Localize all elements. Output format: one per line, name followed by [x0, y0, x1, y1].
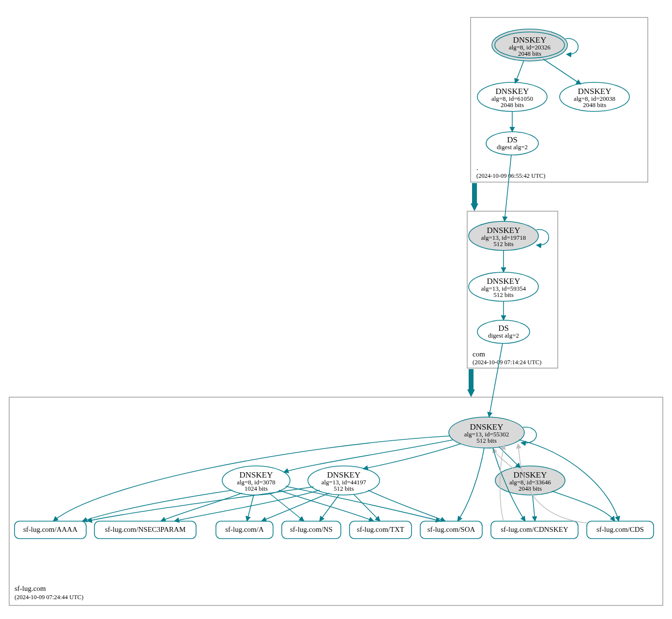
edge [533, 495, 535, 521]
edge [543, 59, 581, 84]
zone-domain-name: sf-lug.com [15, 585, 46, 592]
zone-com-ts: (2024-10-09 07:14:24 UTC) [473, 359, 541, 366]
rr-aaaa: sf-lug.com/AAAA [15, 521, 86, 539]
node-root-ds: DS digest alg=2 [486, 132, 538, 155]
svg-text:1024 bits: 1024 bits [244, 485, 268, 492]
node-com-zsk: DNSKEY alg=13, id=59354 512 bits [469, 272, 538, 301]
rr-txt: sf-lug.com/TXT [350, 521, 412, 539]
rr-cds: sf-lug.com/CDS [587, 521, 654, 539]
edge [458, 448, 484, 521]
edge [489, 343, 503, 417]
node-root-ksk: DNSKEY alg=8, id=20326 2048 bits [492, 29, 567, 61]
svg-text:sf-lug.com/A: sf-lug.com/A [225, 526, 264, 533]
svg-text:512 bits: 512 bits [334, 485, 354, 492]
rr-a: sf-lug.com/A [216, 521, 273, 539]
zone-com-name: com [473, 350, 485, 358]
rr-nsec3: sf-lug.com/NSEC3PARAM [94, 521, 196, 539]
svg-text:2048 bits: 2048 bits [518, 50, 541, 57]
rr-cdnskey: sf-lug.com/CDNSKEY [491, 521, 578, 539]
rr-soa: sf-lug.com/SOA [420, 521, 482, 539]
edge [247, 495, 254, 521]
svg-text:512 bits: 512 bits [493, 291, 514, 298]
zone-arrow-root-com [471, 183, 478, 211]
svg-text:sf-lug.com/TXT: sf-lug.com/TXT [357, 526, 404, 533]
svg-text:sf-lug.com/AAAA: sf-lug.com/AAAA [23, 526, 77, 533]
svg-text:sf-lug.com/CDNSKEY: sf-lug.com/CDNSKEY [501, 526, 568, 533]
edge [515, 61, 524, 83]
svg-text:digest alg=2: digest alg=2 [488, 332, 519, 339]
edge [82, 490, 232, 521]
edge [261, 493, 329, 521]
svg-text:sf-lug.com/NSEC3PARAM: sf-lug.com/NSEC3PARAM [105, 526, 186, 533]
node-dom-ksk: DNSKEY alg=13, id=55302 512 bits [449, 417, 524, 448]
node-com-ds: DS digest alg=2 [477, 320, 530, 343]
zone-root-ts: (2024-10-09 06:55:42 UTC) [476, 172, 545, 179]
svg-text:512 bits: 512 bits [493, 240, 514, 248]
edge [269, 493, 304, 521]
zone-root-name: . [476, 164, 478, 171]
svg-text:sf-lug.com/SOA: sf-lug.com/SOA [428, 526, 475, 533]
zone-domain-ts: (2024-10-09 07:24:44 UTC) [15, 594, 83, 601]
dnssec-graph: . (2024-10-09 06:55:42 UTC) DNSKEY alg=8… [0, 0, 672, 619]
svg-text:digest alg=2: digest alg=2 [497, 143, 528, 151]
svg-text:2048 bits: 2048 bits [501, 101, 524, 108]
node-com-ksk: DNSKEY alg=13, id=19718 512 bits [469, 221, 538, 250]
svg-text:sf-lug.com/NS: sf-lug.com/NS [290, 526, 333, 533]
edge [368, 490, 445, 521]
svg-text:2048 bits: 2048 bits [583, 101, 606, 108]
node-root-zsk2: DNSKEY alg=8, id=20038 2048 bits [560, 82, 629, 111]
zone-arrow-com-domain [467, 369, 475, 397]
svg-text:512 bits: 512 bits [476, 437, 497, 444]
zone-domain-box [9, 397, 663, 605]
rr-ns: sf-lug.com/NS [282, 521, 341, 539]
node-root-zsk1: DNSKEY alg=8, id=61050 2048 bits [477, 82, 547, 111]
svg-text:sf-lug.com/CDS: sf-lug.com/CDS [596, 526, 644, 533]
edge [353, 494, 380, 521]
